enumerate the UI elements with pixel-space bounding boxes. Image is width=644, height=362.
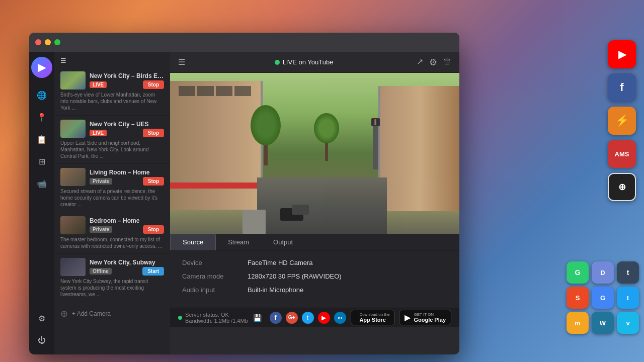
tab-output[interactable]: Output xyxy=(261,234,305,250)
camera-status-3: Private xyxy=(90,178,112,185)
app-window: ▶ 🌐 📍 📋 ⊞ 📹 ⚙ ⏻ xyxy=(29,33,459,354)
live-status-dot xyxy=(275,60,280,65)
stop-button-2[interactable]: Stop xyxy=(143,129,164,137)
desktop-icons-bottom: G D t S G t m W v xyxy=(567,261,639,334)
tab-stream[interactable]: Stream xyxy=(216,234,261,250)
camera-thumb-5 xyxy=(60,258,86,276)
twitter-icon[interactable]: t xyxy=(617,287,639,309)
live-status-label: LIVE on YouTube xyxy=(283,58,334,66)
camera-status-1: LIVE xyxy=(90,81,107,88)
camera-mode-label: Camera mode xyxy=(182,273,248,280)
twitter-footer-icon[interactable]: t xyxy=(302,312,314,324)
stop-button-1[interactable]: Stop xyxy=(143,80,164,89)
add-icon: ⊕ xyxy=(60,308,68,319)
camera-name-2: New York City – UES xyxy=(90,121,164,128)
sidebar-item-location[interactable]: 📍 xyxy=(33,108,51,126)
camera-desc-4: The master bedroom, connected to my list… xyxy=(60,236,164,249)
sniper-icon: ⊕ xyxy=(618,182,626,193)
google-icon[interactable]: G xyxy=(592,287,614,309)
main-content: ☰ LIVE on YouTube ↗ ⚙ 🗑 xyxy=(170,52,459,354)
app-store-badges: Download on the App Store ▶ GET IT ON Go… xyxy=(351,310,451,325)
youtube-footer-icon[interactable]: ▶ xyxy=(318,312,330,324)
google-play-badge[interactable]: ▶ GET IT ON Google Play xyxy=(399,310,451,325)
device-label: Device xyxy=(182,259,248,266)
sidebar-item-list[interactable]: 📋 xyxy=(33,130,51,148)
tab-bar: Source Stream Output xyxy=(170,234,459,251)
vimeo-icon[interactable]: v xyxy=(617,312,639,334)
delete-icon[interactable]: 🗑 xyxy=(443,57,451,68)
tab-source[interactable]: Source xyxy=(170,234,216,250)
camera-item-4[interactable]: Bedroom – Home Private Stop The master b… xyxy=(54,212,170,254)
camera-info-2: New York City – UES LIVE Stop xyxy=(90,121,164,137)
stumble-icon[interactable]: S xyxy=(567,287,589,309)
start-button-5[interactable]: Start xyxy=(142,267,164,276)
video-preview xyxy=(170,73,459,234)
ams-icon: AMS xyxy=(615,150,629,158)
stop-button-4[interactable]: Stop xyxy=(143,225,164,234)
audio-input-label: Audio input xyxy=(182,286,248,294)
minimize-button[interactable] xyxy=(45,39,51,45)
camera-thumb-4 xyxy=(60,216,86,234)
camera-desc-3: Secured stream of a private residence, t… xyxy=(60,188,164,208)
footer: Server status: OK Bandwidth: 1.2Mb /1.4M… xyxy=(170,308,459,327)
google-footer-icon[interactable]: G+ xyxy=(286,312,298,324)
camera-info-4: Bedroom – Home Private Stop xyxy=(90,217,164,234)
app-body: ▶ 🌐 📍 📋 ⊞ 📹 ⚙ ⏻ xyxy=(29,52,459,354)
camera-thumb-1 xyxy=(60,71,86,89)
settings-top-icon[interactable]: ⚙ xyxy=(429,57,437,68)
grammarly-icon[interactable]: G xyxy=(567,261,589,284)
video-icon: 📹 xyxy=(37,179,47,189)
camera-name-3: Living Room – Home xyxy=(90,169,164,176)
facebook-icon: f xyxy=(620,81,623,94)
appstore-label: App Store xyxy=(359,317,389,323)
camera-mode-row: Camera mode 644x362 30 FPS (RAWVIDEO) xyxy=(182,273,447,280)
camera-desc-2: Upper East Side and neighborhood, Manhat… xyxy=(60,140,164,159)
app-store-badge[interactable]: Download on the App Store xyxy=(351,310,395,325)
sidebar-item-power[interactable]: ⏻ xyxy=(33,331,51,349)
sidebar-item-grid[interactable]: ⊞ xyxy=(33,152,51,170)
discord-icon[interactable]: D xyxy=(592,261,614,284)
server-status-text: Server status: OK xyxy=(185,312,248,318)
sidebar-item-video[interactable]: 📹 xyxy=(33,174,51,193)
camera-name-4: Bedroom – Home xyxy=(90,217,164,224)
camera-item-2[interactable]: New York City – UES LIVE Stop Upper East… xyxy=(54,116,170,164)
tab-content-source: Device FaceTime HD Camera Camera mode 12… xyxy=(170,251,459,308)
browse-icon: 🌐 xyxy=(37,90,47,100)
ams-desktop-icon[interactable]: AMS xyxy=(608,140,636,168)
hdd-icon: 💾 xyxy=(253,314,262,322)
sidebar-item-browse[interactable]: 🌐 xyxy=(33,86,51,104)
camera-mode-value: 644x362 30 FPS (RAWVIDEO) xyxy=(248,273,342,280)
close-button[interactable] xyxy=(35,39,41,45)
tumblr-icon[interactable]: t xyxy=(617,261,639,284)
wordpress-icon[interactable]: W xyxy=(592,312,614,334)
medium-icon[interactable]: m xyxy=(567,312,589,334)
app-logo[interactable]: ▶ xyxy=(31,57,52,78)
sniper-desktop-icon[interactable]: ⊕ xyxy=(608,173,636,201)
linkedin-footer-icon[interactable]: in xyxy=(334,312,346,324)
stop-button-3[interactable]: Stop xyxy=(143,177,164,186)
hamburger-icon[interactable]: ☰ xyxy=(178,57,185,67)
share-icon[interactable]: ↗ xyxy=(417,57,423,68)
grid-icon: ⊞ xyxy=(39,157,45,166)
facebook-footer-icon[interactable]: f xyxy=(270,312,282,324)
add-camera-button[interactable]: ⊕ + Add Camera xyxy=(54,302,170,325)
add-camera-label: + Add Camera xyxy=(72,310,111,317)
sidebar-item-settings[interactable]: ⚙ xyxy=(33,309,51,327)
camera-list-panel: ☰ New York City – Birds Eye LIVE Stop Bi… xyxy=(54,52,170,354)
social-icons-footer: f G+ t ▶ in xyxy=(265,312,351,324)
camera-item-1[interactable]: New York City – Birds Eye LIVE Stop Bird… xyxy=(54,67,170,116)
window-buttons xyxy=(35,39,60,45)
power-icon: ⏻ xyxy=(38,336,46,345)
camera-item-3[interactable]: Living Room – Home Private Stop Secured … xyxy=(54,164,170,212)
street-scene xyxy=(170,73,459,234)
camera-item-5[interactable]: New York City, Subway Offline Start New … xyxy=(54,254,170,302)
youtube-icon: ▶ xyxy=(618,48,626,60)
thunder-desktop-icon[interactable]: ⚡ xyxy=(608,107,636,135)
facebook-desktop-icon[interactable]: f xyxy=(608,73,636,102)
settings-icon: ⚙ xyxy=(38,314,45,323)
top-bar: ☰ LIVE on YouTube ↗ ⚙ 🗑 xyxy=(170,52,459,73)
camera-desc-1: Bird's-eye view of Lower Manhattan, zoom… xyxy=(60,92,164,111)
youtube-desktop-icon[interactable]: ▶ xyxy=(608,40,636,68)
maximize-button[interactable] xyxy=(54,39,60,45)
appstore-sub-label: Download on the xyxy=(359,312,389,317)
